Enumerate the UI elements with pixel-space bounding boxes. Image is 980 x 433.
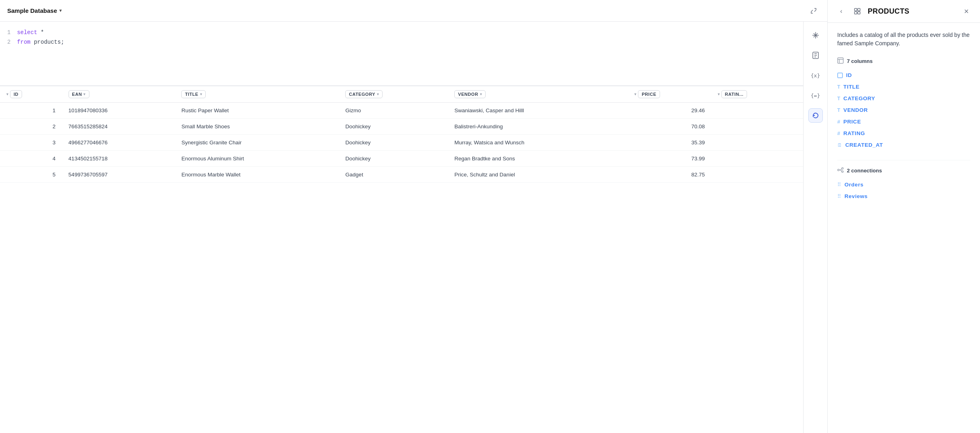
panel-body: Includes a catalog of all the products e… — [828, 23, 980, 219]
column-list: ID T TITLE T CATEGORY T VENDOR # PRICE #… — [837, 70, 970, 150]
column-item[interactable]: ID — [837, 70, 970, 81]
svg-rect-5 — [838, 58, 843, 63]
svg-rect-4 — [858, 12, 860, 14]
connection-grid-icon: ⠿ — [837, 193, 841, 199]
resize-icon[interactable] — [807, 4, 820, 17]
connections-count-label: 2 connections — [847, 168, 882, 174]
top-bar-right — [807, 4, 820, 17]
cell-title: Rustic Paper Wallet — [175, 103, 339, 119]
panel-back-button[interactable]: ‹ — [836, 6, 847, 17]
column-item[interactable]: T VENDOR — [837, 105, 970, 115]
svg-rect-3 — [854, 12, 857, 14]
cell-ean: 1018947080336 — [62, 103, 175, 119]
filter-btn-rating[interactable]: RATIN... — [721, 90, 747, 98]
column-name: CREATED_AT — [845, 142, 883, 148]
db-selector[interactable]: Sample Database ▾ — [7, 7, 62, 14]
code-line-1: 1 select * — [7, 28, 820, 38]
columns-section-header: 7 columns — [837, 57, 970, 65]
cell-vendor: Swaniawski, Casper and Hilll — [448, 103, 628, 119]
sort-icon-rating: ▾ — [718, 92, 720, 96]
connection-grid-icon: ⠿ — [837, 182, 841, 188]
column-item[interactable]: # RATING — [837, 128, 970, 139]
cell-ean: 4134502155718 — [62, 151, 175, 167]
columns-section: 7 columns ID T TITLE T CATEGORY T VENDOR… — [837, 57, 970, 150]
connections-section-header: 2 connections — [837, 167, 970, 174]
code-editor[interactable]: 1 select * 2 from products; — [0, 22, 827, 86]
cell-category: Gadget — [339, 167, 448, 183]
refresh-toolbar-icon[interactable] — [808, 108, 823, 123]
cell-id: 2 — [0, 119, 62, 135]
text-type-icon: T — [837, 107, 840, 113]
top-bar: Sample Database ▾ — [0, 0, 827, 22]
connections-section-icon — [837, 167, 844, 174]
variable-toolbar-icon[interactable]: {x} — [808, 68, 823, 83]
column-name: TITLE — [843, 84, 859, 90]
col-header-category: CATEGORY ▾ — [339, 86, 448, 103]
connection-item[interactable]: ⠿ Reviews — [837, 191, 970, 202]
filter-btn-price[interactable]: PRICE — [638, 90, 660, 98]
cell-rating — [711, 167, 803, 183]
columns-count-label: 7 columns — [847, 58, 873, 64]
column-item[interactable]: # PRICE — [837, 116, 970, 127]
cell-id: 5 — [0, 167, 62, 183]
results-area[interactable]: ▾ ID EAN ▾ — [0, 86, 803, 433]
panel-close-button[interactable]: × — [961, 6, 972, 17]
col-header-id: ▾ ID — [0, 86, 62, 103]
id-type-icon — [837, 73, 843, 78]
filter-btn-vendor[interactable]: VENDOR ▾ — [454, 90, 486, 98]
panel-title: PRODUCTS — [868, 7, 956, 16]
connection-item[interactable]: ⠿ Orders — [837, 179, 970, 190]
filter-btn-id[interactable]: ID — [10, 90, 22, 98]
column-name: VENDOR — [843, 107, 868, 113]
cell-price: 82.75 — [628, 167, 711, 183]
cell-title: Enormous Aluminum Shirt — [175, 151, 339, 167]
cell-category: Doohickey — [339, 119, 448, 135]
column-item[interactable]: 🗓 CREATED_AT — [837, 140, 970, 150]
col-header-title: TITLE ▾ — [175, 86, 339, 103]
col-header-ean: EAN ▾ — [62, 86, 175, 103]
db-name: Sample Database — [7, 7, 57, 14]
data-table: ▾ ID EAN ▾ — [0, 86, 803, 183]
column-item[interactable]: T TITLE — [837, 81, 970, 92]
cell-price: 70.08 — [628, 119, 711, 135]
cell-vendor: Regan Bradtke and Sons — [448, 151, 628, 167]
divider — [837, 160, 970, 160]
table-row: 5 5499736705597 Enormous Marble Wallet G… — [0, 167, 803, 183]
cell-ean: 7663515285824 — [62, 119, 175, 135]
equals-toolbar-icon[interactable]: {=} — [808, 88, 823, 103]
text-type-icon: T — [837, 96, 840, 101]
cal-type-icon: 🗓 — [837, 142, 842, 148]
cell-title: Small Marble Shoes — [175, 119, 339, 135]
cell-category: Doohickey — [339, 135, 448, 151]
connection-name: Reviews — [844, 193, 868, 199]
asterisk-toolbar-icon[interactable] — [808, 28, 823, 42]
chevron-ean: ▾ — [83, 92, 86, 96]
cell-id: 1 — [0, 103, 62, 119]
cell-rating — [711, 135, 803, 151]
cell-category: Gizmo — [339, 103, 448, 119]
table-header-row: ▾ ID EAN ▾ — [0, 86, 803, 103]
hash-type-icon: # — [837, 119, 840, 125]
db-chevron-icon: ▾ — [59, 8, 62, 13]
sort-icon-price: ▾ — [634, 92, 636, 96]
table-row: 2 7663515285824 Small Marble Shoes Doohi… — [0, 119, 803, 135]
table-row: 1 1018947080336 Rustic Paper Wallet Gizm… — [0, 103, 803, 119]
panel-grid-button[interactable] — [852, 6, 863, 17]
chevron-vendor: ▾ — [480, 92, 482, 96]
panel-description: Includes a catalog of all the products e… — [837, 31, 970, 48]
filter-btn-category[interactable]: CATEGORY ▾ — [345, 90, 383, 98]
book-toolbar-icon[interactable] — [808, 48, 823, 63]
code-line-2: 2 from products; — [7, 38, 820, 47]
connections-list: ⠿ Orders ⠿ Reviews — [837, 179, 970, 202]
filter-btn-ean[interactable]: EAN ▾ — [69, 90, 89, 98]
column-name: CATEGORY — [843, 95, 875, 101]
sort-icon-id: ▾ — [6, 92, 8, 96]
column-name: PRICE — [843, 119, 861, 125]
code-content-2: from products; — [17, 38, 64, 47]
filter-btn-title[interactable]: TITLE ▾ — [181, 90, 206, 98]
svg-rect-1 — [854, 8, 857, 11]
cell-rating — [711, 151, 803, 167]
table-row: 3 4966277046676 Synergistic Granite Chai… — [0, 135, 803, 151]
cell-price: 29.46 — [628, 103, 711, 119]
column-item[interactable]: T CATEGORY — [837, 93, 970, 104]
